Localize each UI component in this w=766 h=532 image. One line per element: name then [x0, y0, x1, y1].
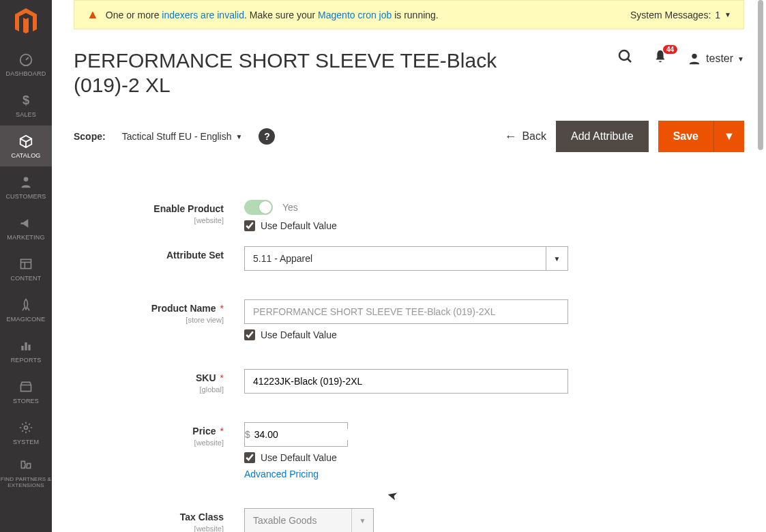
- attribute-set-label: Attribute Set: [166, 250, 224, 261]
- sysmsg-right-label: System Messages:: [630, 10, 711, 20]
- person-icon: [18, 174, 34, 190]
- user-menu[interactable]: tester ▼: [687, 51, 744, 66]
- tax-class-scope: [website]: [74, 524, 224, 532]
- save-button[interactable]: Save: [658, 121, 713, 152]
- use-default-label: Use Default Value: [261, 220, 337, 231]
- price-scope: [website]: [74, 439, 224, 447]
- svg-line-11: [628, 59, 631, 62]
- system-messages-toggle[interactable]: System Messages: 1 ▼: [630, 10, 731, 20]
- arrow-left-icon: ←: [504, 130, 516, 144]
- price-label: Price: [192, 426, 216, 437]
- store-icon: [18, 379, 34, 395]
- nav-system-label: SYSTEM: [13, 439, 39, 445]
- scope-value: Tactical Stuff EU - English: [122, 131, 232, 142]
- svg-rect-6: [21, 346, 23, 351]
- magento-logo-icon: [14, 8, 38, 35]
- sku-input[interactable]: [244, 369, 568, 394]
- nav-marketing[interactable]: MARKETING: [0, 207, 52, 248]
- chart-icon: [18, 338, 34, 354]
- checkbox-input[interactable]: [244, 220, 255, 231]
- help-icon[interactable]: ?: [259, 128, 275, 145]
- nav-sales-label: SALES: [16, 111, 36, 118]
- chevron-down-icon: ▼: [724, 11, 731, 18]
- svg-point-9: [25, 426, 28, 430]
- main-content: ▲ One or more indexers are invalid. Make…: [52, 0, 766, 532]
- svg-rect-7: [25, 342, 27, 351]
- enable-product-toggle-text: Yes: [282, 202, 298, 213]
- nav-content-label: CONTENT: [11, 275, 42, 282]
- nav-dashboard[interactable]: DASHBOARD: [0, 44, 52, 85]
- use-default-label: Use Default Value: [261, 329, 337, 340]
- sku-label: SKU: [196, 372, 216, 383]
- system-message-bar: ▲ One or more indexers are invalid. Make…: [74, 0, 744, 29]
- user-name: tester: [706, 53, 733, 65]
- indexers-link[interactable]: indexers are invalid: [162, 10, 244, 20]
- enable-product-default-checkbox[interactable]: Use Default Value: [244, 220, 744, 231]
- price-input[interactable]: [250, 429, 378, 440]
- checkbox-input[interactable]: [244, 329, 255, 340]
- nav-partners-label: FIND PARTNERS & EXTENSIONS: [0, 477, 52, 489]
- nav-dashboard-label: DASHBOARD: [6, 70, 46, 77]
- svg-rect-8: [28, 344, 30, 350]
- warning-icon: ▲: [87, 8, 99, 22]
- nav-stores-label: STORES: [13, 398, 39, 404]
- sku-scope: [global]: [74, 385, 224, 394]
- svg-point-10: [619, 50, 629, 60]
- nav-content[interactable]: CONTENT: [0, 248, 52, 289]
- product-name-input[interactable]: [244, 299, 568, 324]
- attribute-set-select[interactable]: 5.11 - Apparel ▼: [244, 246, 568, 271]
- enable-product-toggle[interactable]: [244, 200, 273, 215]
- use-default-label: Use Default Value: [261, 452, 337, 463]
- nav-marketing-label: MARKETING: [7, 234, 44, 241]
- back-label: Back: [522, 130, 546, 143]
- nav-sales[interactable]: $ SALES: [0, 85, 52, 125]
- page-title: PERFORMANCE SHORT SLEEVE TEE-Black (019)…: [74, 48, 510, 98]
- nav-emagicone-label: EMAGICONE: [7, 316, 46, 323]
- checkbox-input[interactable]: [244, 452, 255, 463]
- nav-reports[interactable]: REPORTS: [0, 330, 52, 371]
- tax-class-label: Tax Class: [180, 512, 224, 522]
- dollar-icon: $: [18, 92, 34, 108]
- chevron-down-icon: ▼: [351, 509, 373, 532]
- save-dropdown-button[interactable]: ▼: [713, 121, 744, 152]
- gear-icon: [18, 419, 34, 436]
- nav-catalog-label: CATALOG: [11, 152, 40, 159]
- nav-emagicone[interactable]: EMAGICONE: [0, 289, 52, 330]
- sysmsg-prefix: One or more: [106, 10, 162, 20]
- dashboard-icon: [18, 51, 34, 68]
- puzzle-icon: [18, 458, 34, 474]
- user-icon: [687, 51, 702, 66]
- chevron-down-icon: ▼: [737, 55, 744, 63]
- chevron-down-icon: ▼: [236, 133, 243, 141]
- notification-icon[interactable]: 44: [653, 49, 668, 68]
- required-star: *: [220, 372, 224, 383]
- svg-point-12: [692, 54, 696, 59]
- nav-reports-label: REPORTS: [11, 357, 42, 364]
- tax-class-select[interactable]: Taxable Goods ▼: [244, 508, 374, 532]
- nav-stores[interactable]: STORES: [0, 371, 52, 412]
- cron-link[interactable]: Magento cron job: [318, 10, 392, 20]
- sysmsg-mid: . Make sure your: [244, 10, 318, 20]
- price-input-wrapper: $: [244, 422, 348, 447]
- price-default-checkbox[interactable]: Use Default Value: [244, 452, 744, 463]
- back-button[interactable]: ← Back: [504, 130, 546, 144]
- enable-product-label: Enable Product: [153, 203, 224, 214]
- currency-symbol: $: [245, 429, 250, 440]
- product-name-scope: [store view]: [74, 316, 224, 324]
- svg-text:$: $: [23, 93, 29, 107]
- nav-catalog[interactable]: CATALOG: [0, 125, 52, 166]
- layout-icon: [18, 256, 34, 272]
- nav-partners[interactable]: FIND PARTNERS & EXTENSIONS: [0, 453, 52, 494]
- scope-selector[interactable]: Tactical Stuff EU - English ▼: [122, 131, 243, 142]
- nav-customers[interactable]: CUSTOMERS: [0, 166, 52, 207]
- tax-class-value: Taxable Goods: [245, 515, 325, 526]
- attribute-set-value: 5.11 - Apparel: [245, 253, 321, 264]
- add-attribute-button[interactable]: Add Attribute: [556, 121, 649, 152]
- search-icon[interactable]: [617, 48, 634, 69]
- advanced-pricing-link[interactable]: Advanced Pricing: [244, 469, 744, 479]
- sysmsg-suffix: is running.: [392, 10, 438, 20]
- nav-system[interactable]: SYSTEM: [0, 412, 52, 453]
- svg-point-2: [24, 177, 29, 182]
- product-name-default-checkbox[interactable]: Use Default Value: [244, 329, 744, 340]
- required-star: *: [220, 426, 224, 437]
